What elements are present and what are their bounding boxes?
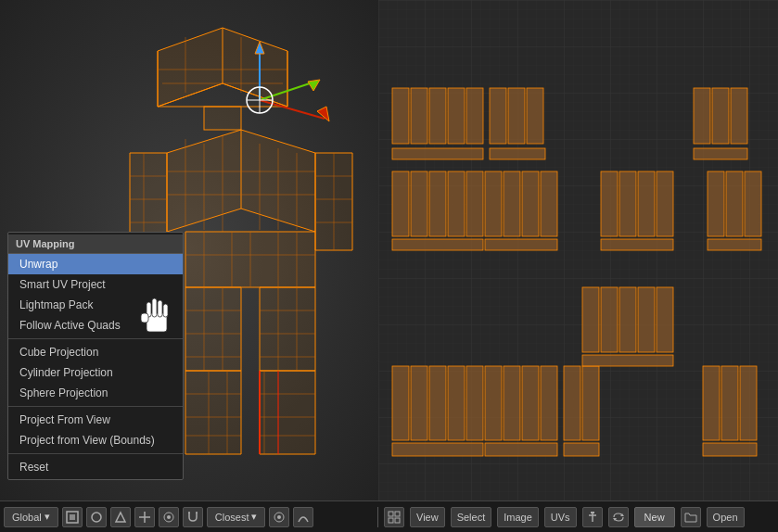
sync-icon[interactable] [608,507,629,527]
svg-rect-130 [582,287,599,352]
status-bar: Global ▾ Closest ▾ [0,500,778,532]
svg-rect-138 [638,171,655,236]
svg-rect-109 [726,171,743,236]
global-transform-btn[interactable]: Global ▾ [4,507,58,527]
svg-rect-139 [657,171,673,236]
svg-rect-132 [619,287,636,352]
view-btn[interactable]: View [410,507,445,527]
pivot-icon[interactable] [159,507,179,527]
global-label: Global [12,512,42,523]
svg-rect-164 [389,512,393,516]
snap-dropdown[interactable]: Closest ▾ [207,507,266,527]
svg-rect-120 [522,366,539,440]
svg-rect-90 [508,88,525,144]
snap-arrow: ▾ [251,511,257,523]
mode-icon-3[interactable] [110,507,131,527]
proportional-icon[interactable] [269,507,289,527]
status-bar-right: View Select Image UVs New Open [378,507,778,527]
svg-point-163 [277,515,281,519]
svg-rect-126 [703,366,720,440]
svg-rect-140 [601,239,673,250]
svg-rect-106 [541,171,557,236]
svg-marker-52 [185,371,241,454]
menu-item-smart-uv[interactable]: Smart UV Project [8,274,183,295]
svg-rect-129 [703,443,757,456]
svg-rect-98 [411,171,427,236]
svg-marker-58 [260,371,315,454]
svg-rect-88 [392,148,483,159]
new-button[interactable]: New [634,507,675,527]
svg-rect-115 [448,366,465,440]
svg-rect-133 [638,287,655,352]
menu-item-sphere[interactable]: Sphere Projection [8,383,183,403]
svg-rect-102 [392,239,483,250]
svg-rect-111 [708,239,761,250]
svg-rect-127 [721,366,738,440]
menu-item-cylinder[interactable]: Cylinder Projection [8,362,183,383]
svg-rect-165 [395,512,400,516]
svg-rect-136 [601,171,618,236]
svg-rect-131 [601,287,618,352]
svg-rect-134 [657,287,673,352]
svg-rect-96 [694,148,747,159]
svg-rect-166 [389,518,393,523]
uv-mode-icon[interactable] [384,507,404,527]
svg-rect-105 [522,171,539,236]
svg-rect-122 [485,443,557,456]
svg-rect-91 [527,88,543,144]
svg-rect-124 [582,366,599,440]
svg-rect-110 [745,171,761,236]
menu-item-unwrap[interactable]: Unwrap [8,254,183,274]
svg-rect-89 [490,88,506,144]
mode-icon-4[interactable] [134,507,155,527]
svg-rect-117 [392,443,483,456]
folder-icon[interactable] [681,507,701,527]
svg-rect-99 [429,171,446,236]
svg-marker-40 [185,287,241,371]
svg-rect-114 [429,366,446,440]
svg-point-155 [92,513,101,522]
svg-rect-116 [466,366,483,440]
svg-rect-128 [740,366,757,440]
svg-rect-100 [448,171,465,236]
menu-item-project-view[interactable]: Project From View [8,410,183,430]
uv-editor[interactable] [378,0,778,500]
svg-rect-93 [694,88,710,144]
svg-rect-104 [504,171,520,236]
proportional-type-icon[interactable] [293,507,313,527]
svg-rect-118 [485,366,502,440]
svg-rect-113 [411,366,427,440]
svg-rect-92 [490,148,545,159]
svg-rect-83 [392,88,409,144]
menu-item-cube[interactable]: Cube Projection [8,342,183,362]
image-btn[interactable]: Image [497,507,539,527]
mode-icon-1[interactable] [62,507,83,527]
svg-rect-12 [204,107,241,130]
menu-item-reset[interactable]: Reset [8,457,183,477]
svg-rect-108 [708,171,724,236]
menu-item-project-view-bounds[interactable]: Project from View (Bounds) [8,430,183,450]
svg-rect-97 [392,171,409,236]
svg-rect-137 [619,171,636,236]
uv-grid-content [378,0,778,500]
svg-rect-84 [411,88,427,144]
viewport-3d[interactable]: UV Mapping Unwrap Smart UV Project Light… [0,0,378,500]
svg-point-158 [167,515,171,519]
open-btn[interactable]: Open [707,507,745,527]
uvs-btn[interactable]: UVs [544,507,577,527]
svg-rect-121 [541,366,557,440]
svg-rect-95 [731,88,747,144]
mode-icon-2[interactable] [86,507,107,527]
svg-rect-87 [466,88,483,144]
svg-rect-85 [429,88,446,144]
select-btn[interactable]: Select [451,507,492,527]
status-bar-left: Global ▾ Closest ▾ [0,507,378,527]
magnet-icon[interactable] [183,507,203,527]
menu-separator-2 [8,406,183,407]
pin-icon[interactable] [582,507,603,527]
uv-mapping-menu: UV Mapping Unwrap Smart UV Project Light… [7,232,184,480]
svg-marker-68 [308,80,320,91]
menu-item-follow-active[interactable]: Follow Active Quads [8,315,183,336]
menu-item-lightmap[interactable]: Lightmap Pack [8,295,183,315]
snap-label: Closest [215,512,249,523]
